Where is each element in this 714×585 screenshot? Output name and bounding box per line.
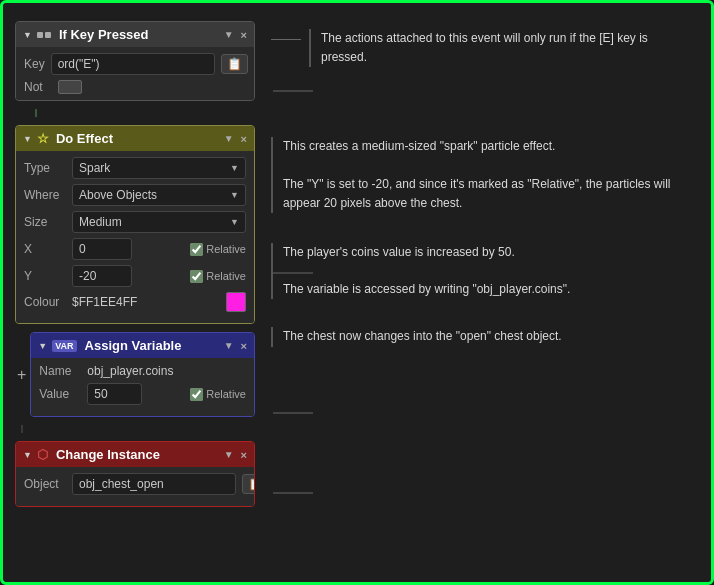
annotation-change-instance-text: The chest now changes into the "open" ch… xyxy=(271,327,562,346)
do-effect-body: Type Spark ▼ Where Above Objects ▼ xyxy=(16,151,254,323)
x-label: X xyxy=(24,242,66,256)
size-select[interactable]: Medium ▼ xyxy=(72,211,246,233)
assign-var-dropdown[interactable]: ▼ xyxy=(224,340,234,351)
key-input[interactable] xyxy=(51,53,215,75)
assign-var-title: Assign Variable xyxy=(85,338,219,353)
name-value: obj_player.coins xyxy=(87,364,173,378)
annotation-if-key: The actions attached to this event will … xyxy=(271,29,693,67)
spacer-2 xyxy=(271,223,693,233)
plus-icon[interactable]: + xyxy=(17,367,26,383)
change-instance-close[interactable]: × xyxy=(241,449,247,461)
y-relative-checkbox[interactable] xyxy=(190,270,203,283)
do-effect-title: Do Effect xyxy=(56,131,219,146)
x-relative-checkbox[interactable] xyxy=(190,243,203,256)
key-picker-button[interactable]: 📋 xyxy=(221,54,248,74)
x-input[interactable] xyxy=(72,238,132,260)
object-row: Object 📋 xyxy=(24,473,246,495)
triangle-icon: ▼ xyxy=(23,30,32,40)
assign-var-header[interactable]: ▼ VAR Assign Variable ▼ × xyxy=(31,333,254,358)
change-instance-dropdown[interactable]: ▼ xyxy=(224,449,234,460)
star-icon: ☆ xyxy=(37,131,49,146)
if-key-header[interactable]: ▼ If Key Pressed ▼ × xyxy=(16,22,254,47)
object-label: Object xyxy=(24,477,66,491)
value-label: Value xyxy=(39,387,81,401)
size-value: Medium xyxy=(79,215,122,229)
type-label: Type xyxy=(24,161,66,175)
value-relative-checkbox[interactable] xyxy=(190,388,203,401)
x-relative-group: Relative xyxy=(190,243,246,256)
name-row: Name obj_player.coins xyxy=(39,364,246,378)
var-icon: VAR xyxy=(52,340,76,352)
name-label: Name xyxy=(39,364,81,378)
where-row: Where Above Objects ▼ xyxy=(24,184,246,206)
triangle-icon-2: ▼ xyxy=(23,134,32,144)
not-row: Not xyxy=(24,80,246,94)
triangle-icon-3: ▼ xyxy=(38,341,47,351)
size-select-arrow: ▼ xyxy=(230,217,239,227)
where-select[interactable]: Above Objects ▼ xyxy=(72,184,246,206)
object-input[interactable] xyxy=(72,473,236,495)
x-row: X Relative xyxy=(24,238,246,260)
if-key-pressed-block: ▼ If Key Pressed ▼ × Key 📋 Not xyxy=(15,21,255,101)
type-value: Spark xyxy=(79,161,110,175)
left-panel: ▼ If Key Pressed ▼ × Key 📋 Not xyxy=(15,15,255,570)
assign-var-block: ▼ VAR Assign Variable ▼ × Name obj_playe… xyxy=(30,332,255,417)
colour-label: Colour xyxy=(24,295,66,309)
change-instance-header[interactable]: ▼ ⬡ Change Instance ▼ × xyxy=(16,442,254,467)
do-effect-dropdown[interactable]: ▼ xyxy=(224,133,234,144)
annotation-do-effect-text: This creates a medium-sized "spark" part… xyxy=(271,137,693,213)
colour-value: $FF1EE4FF xyxy=(72,295,137,309)
size-label: Size xyxy=(24,215,66,229)
value-row: Value Relative xyxy=(39,383,246,405)
type-select-arrow: ▼ xyxy=(230,163,239,173)
assign-var-close[interactable]: × xyxy=(241,340,247,352)
where-select-arrow: ▼ xyxy=(230,190,239,200)
y-row: Y Relative xyxy=(24,265,246,287)
triangle-icon-4: ▼ xyxy=(23,450,32,460)
if-key-close-button[interactable]: × xyxy=(241,29,247,41)
annotation-if-key-text: The actions attached to this event will … xyxy=(309,29,693,67)
if-key-dropdown-arrow[interactable]: ▼ xyxy=(224,29,234,40)
do-effect-annotation-2: The "Y" is set to -20, and since it's ma… xyxy=(283,175,693,213)
colour-swatch[interactable] xyxy=(226,292,246,312)
connector-line-1 xyxy=(35,109,37,117)
y-relative-group: Relative xyxy=(190,270,246,283)
chain-icon: ⬡ xyxy=(37,447,48,462)
type-select[interactable]: Spark ▼ xyxy=(72,157,246,179)
annotation-assign-var-text: The player's coins value is increased by… xyxy=(271,243,570,299)
size-row: Size Medium ▼ xyxy=(24,211,246,233)
key-label: Key xyxy=(24,57,45,71)
change-instance-body: Object 📋 xyxy=(16,467,254,506)
if-key-title: If Key Pressed xyxy=(59,27,219,42)
where-value: Above Objects xyxy=(79,188,157,202)
do-effect-header[interactable]: ▼ ☆ Do Effect ▼ × xyxy=(16,126,254,151)
annotation-assign-var: The player's coins value is increased by… xyxy=(271,243,693,299)
main-window: ▼ If Key Pressed ▼ × Key 📋 Not xyxy=(0,0,714,585)
key-row: Key 📋 xyxy=(24,53,246,75)
if-key-body: Key 📋 Not xyxy=(16,47,254,100)
type-row: Type Spark ▼ xyxy=(24,157,246,179)
change-instance-block: ▼ ⬡ Change Instance ▼ × Object 📋 xyxy=(15,441,255,507)
y-input[interactable] xyxy=(72,265,132,287)
do-effect-block: ▼ ☆ Do Effect ▼ × Type Spark ▼ xyxy=(15,125,255,324)
value-input[interactable] xyxy=(87,383,142,405)
annotation-do-effect: This creates a medium-sized "spark" part… xyxy=(271,137,693,213)
assign-var-annotation-1: The player's coins value is increased by… xyxy=(283,243,570,262)
change-instance-annotation: The chest now changes into the "open" ch… xyxy=(283,327,562,346)
connector-line-2 xyxy=(21,425,23,433)
arrow-if-key xyxy=(271,29,301,40)
not-toggle[interactable] xyxy=(58,80,82,94)
value-relative-label: Relative xyxy=(206,388,246,400)
not-label: Not xyxy=(24,80,52,94)
object-picker-button[interactable]: 📋 xyxy=(242,474,255,494)
x-relative-label: Relative xyxy=(206,243,246,255)
where-label: Where xyxy=(24,188,66,202)
right-panel: The actions attached to this event will … xyxy=(265,15,699,570)
do-effect-close[interactable]: × xyxy=(241,133,247,145)
spacer-1 xyxy=(271,77,693,127)
assign-var-annotation-2: The variable is accessed by writing "obj… xyxy=(283,280,570,299)
spacer-3 xyxy=(271,309,693,317)
squares-icon xyxy=(37,32,51,38)
value-relative-group: Relative xyxy=(190,388,246,401)
y-relative-label: Relative xyxy=(206,270,246,282)
